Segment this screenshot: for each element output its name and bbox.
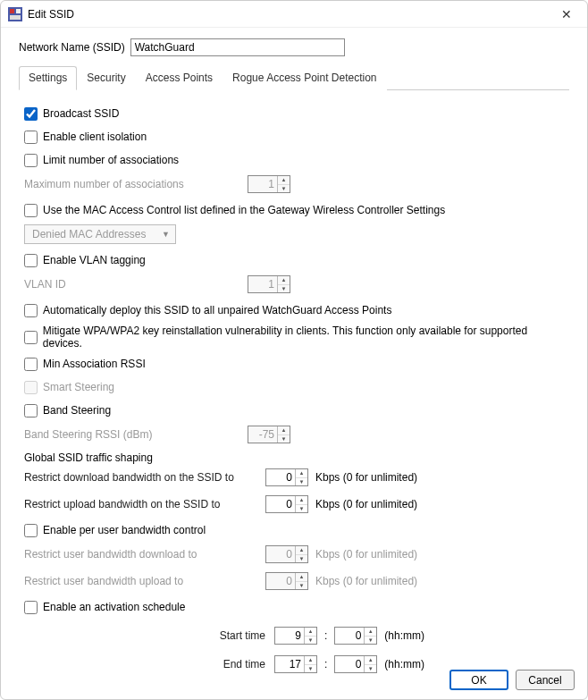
max-assoc-spin[interactable]: ▲▼: [248, 175, 290, 193]
end-time-label: End time: [24, 658, 274, 670]
spin-down-icon[interactable]: ▼: [296, 555, 307, 563]
spin-down-icon[interactable]: ▼: [296, 582, 307, 590]
start-time-label: Start time: [24, 629, 274, 642]
spin-up-icon[interactable]: ▲: [305, 628, 316, 637]
user-dl-label: Restrict user bandwidth download to: [24, 548, 265, 561]
ul-suffix: Kbps (0 for unlimited): [315, 498, 417, 510]
user-ul-spin[interactable]: ▲▼: [265, 572, 308, 590]
tabs: Settings Security Access Points Rogue Ac…: [19, 65, 569, 90]
start-mm-input[interactable]: [335, 628, 364, 644]
band-rssi-label: Band Steering RSSI (dBm): [24, 428, 248, 441]
per-user-bw-label: Enable per user bandwidth control: [43, 524, 206, 536]
tab-rogue-detection[interactable]: Rogue Access Point Detection: [223, 66, 386, 90]
app-icon: [8, 7, 22, 21]
start-hh-input[interactable]: [275, 628, 304, 644]
user-dl-input[interactable]: [266, 546, 295, 562]
vlan-id-spin[interactable]: ▲▼: [248, 275, 290, 293]
ul-spin[interactable]: ▲▼: [265, 495, 308, 513]
auto-deploy-label: Automatically deploy this SSID to all un…: [43, 304, 391, 316]
tab-access-points[interactable]: Access Points: [136, 66, 223, 90]
activation-schedule-checkbox[interactable]: [24, 601, 38, 614]
dl-input[interactable]: [266, 469, 295, 485]
vlan-id-input[interactable]: [248, 276, 277, 292]
mac-acl-combo[interactable]: Denied MAC Addresses ▼: [24, 224, 176, 244]
tab-security[interactable]: Security: [77, 66, 135, 90]
spin-up-icon[interactable]: ▲: [365, 656, 376, 665]
dl-spin[interactable]: ▲▼: [265, 468, 308, 486]
ok-button[interactable]: OK: [449, 670, 508, 690]
ssid-input[interactable]: [130, 38, 345, 56]
broadcast-ssid-checkbox[interactable]: [24, 107, 38, 121]
spin-up-icon[interactable]: ▲: [278, 426, 290, 435]
max-assoc-label: Maximum number of associations: [24, 178, 248, 190]
spin-down-icon[interactable]: ▼: [365, 665, 376, 673]
spin-up-icon[interactable]: ▲: [296, 469, 307, 478]
spin-up-icon[interactable]: ▲: [305, 656, 316, 665]
user-ul-suffix: Kbps (0 for unlimited): [315, 575, 417, 587]
end-hh-spin[interactable]: ▲▼: [274, 655, 317, 673]
ul-input[interactable]: [266, 496, 295, 512]
band-rssi-spin[interactable]: ▲▼: [248, 426, 290, 443]
svg-rect-2: [16, 9, 21, 13]
start-hh-spin[interactable]: ▲▼: [274, 627, 317, 645]
chevron-down-icon: ▼: [162, 230, 170, 239]
max-assoc-input[interactable]: [248, 176, 277, 192]
spin-up-icon[interactable]: ▲: [296, 496, 307, 505]
mac-acl-combo-value: Denied MAC Addresses: [32, 228, 146, 240]
window-title: Edit SSID: [28, 8, 553, 21]
spin-down-icon[interactable]: ▼: [278, 435, 290, 443]
band-rssi-input[interactable]: [248, 426, 277, 443]
min-rssi-label: Min Association RSSI: [43, 358, 146, 370]
tab-pane-settings: Broadcast SSID Enable client isolation L…: [19, 90, 569, 673]
limit-assoc-checkbox[interactable]: [24, 154, 38, 167]
user-ul-input[interactable]: [266, 573, 295, 589]
spin-down-icon[interactable]: ▼: [365, 637, 376, 645]
mitigate-wpa-label: Mitigate WPA/WPA2 key reinstallation vul…: [43, 325, 564, 350]
tab-settings[interactable]: Settings: [19, 66, 77, 90]
spin-up-icon[interactable]: ▲: [278, 176, 290, 185]
spin-down-icon[interactable]: ▼: [305, 637, 316, 645]
mitigate-wpa-checkbox[interactable]: [24, 331, 38, 344]
user-ul-label: Restrict user bandwidth upload to: [24, 575, 265, 587]
spin-down-icon[interactable]: ▼: [278, 185, 290, 193]
mac-acl-label: Use the MAC Access Control list defined …: [43, 204, 445, 216]
vlan-tagging-label: Enable VLAN tagging: [43, 254, 146, 266]
min-rssi-checkbox[interactable]: [24, 358, 38, 371]
spin-down-icon[interactable]: ▼: [305, 665, 316, 673]
activation-schedule-label: Enable an activation schedule: [43, 601, 185, 613]
ssid-label: Network Name (SSID): [19, 41, 125, 54]
time-colon: :: [324, 629, 327, 642]
dl-suffix: Kbps (0 for unlimited): [315, 471, 417, 484]
client-isolation-checkbox[interactable]: [24, 131, 38, 144]
mac-acl-checkbox[interactable]: [24, 204, 38, 217]
spin-down-icon[interactable]: ▼: [278, 285, 290, 293]
broadcast-ssid-label: Broadcast SSID: [43, 107, 119, 120]
spin-up-icon[interactable]: ▲: [365, 628, 376, 637]
user-dl-spin[interactable]: ▲▼: [265, 545, 308, 563]
spin-up-icon[interactable]: ▲: [278, 276, 290, 285]
cancel-button[interactable]: Cancel: [516, 670, 575, 690]
titlebar: Edit SSID ✕: [1, 1, 587, 28]
user-dl-suffix: Kbps (0 for unlimited): [315, 548, 417, 561]
limit-assoc-label: Limit number of associations: [43, 154, 179, 166]
spin-down-icon[interactable]: ▼: [296, 505, 307, 513]
end-mm-spin[interactable]: ▲▼: [334, 655, 377, 673]
end-hh-input[interactable]: [275, 656, 304, 672]
close-icon[interactable]: ✕: [553, 7, 580, 21]
end-hhmm-suffix: (hh:mm): [384, 658, 424, 670]
end-mm-input[interactable]: [335, 656, 364, 672]
spin-down-icon[interactable]: ▼: [296, 478, 307, 486]
start-mm-spin[interactable]: ▲▼: [334, 627, 377, 645]
client-isolation-label: Enable client isolation: [43, 131, 147, 143]
start-hhmm-suffix: (hh:mm): [384, 629, 424, 642]
vlan-tagging-checkbox[interactable]: [24, 254, 38, 267]
auto-deploy-checkbox[interactable]: [24, 304, 38, 317]
band-steering-label: Band Steering: [43, 404, 111, 417]
ul-label: Restrict upload bandwidth on the SSID to: [24, 498, 265, 510]
spin-up-icon[interactable]: ▲: [296, 546, 307, 555]
spin-up-icon[interactable]: ▲: [296, 573, 307, 582]
smart-steering-checkbox: [24, 381, 38, 394]
band-steering-checkbox[interactable]: [24, 404, 38, 417]
dialog-footer: OK Cancel: [449, 670, 575, 690]
per-user-bw-checkbox[interactable]: [24, 524, 38, 537]
